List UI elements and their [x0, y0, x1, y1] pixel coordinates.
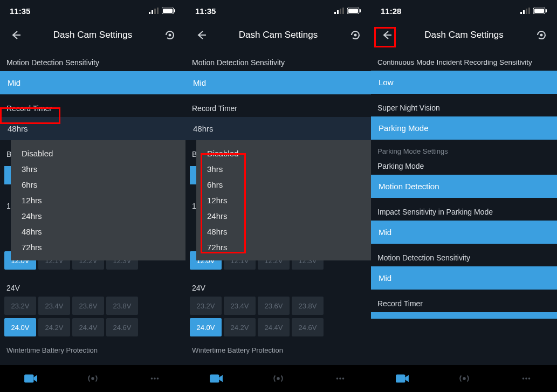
nav-more[interactable] [124, 373, 185, 384]
voltage-chip[interactable]: 24.2V [224, 318, 256, 336]
status-bar: 11:35 [0, 0, 185, 22]
nav-camera[interactable] [186, 373, 247, 384]
refresh-button[interactable] [162, 27, 178, 43]
status-icons [520, 8, 547, 14]
status-bar: 11:35 [185, 0, 371, 22]
voltage-chip[interactable]: 23.6V [72, 297, 104, 315]
record-timer-dropdown[interactable]: Disabled 3hrs 6hrs 12hrs 24hrs 48hrs 72h… [196, 140, 371, 260]
svg-rect-31 [534, 9, 544, 13]
record-timer-value-partial[interactable] [371, 312, 557, 319]
voltage-chip[interactable]: 24.2V [38, 318, 70, 336]
svg-point-11 [154, 377, 156, 380]
voltage-chip[interactable]: 24.6V [292, 318, 324, 336]
impact-sensitivity-label: Impact Sensitivity in Parking Mode [371, 198, 557, 221]
nav-bar [185, 365, 371, 392]
dropdown-item[interactable]: 24hrs [196, 208, 371, 224]
refresh-icon [535, 29, 547, 41]
arrow-left-icon [10, 29, 22, 41]
svg-rect-19 [360, 9, 361, 12]
dropdown-item[interactable]: 48hrs [11, 224, 185, 239]
svg-rect-5 [163, 9, 173, 13]
content: Continuous Mode Incident Recording Sensi… [371, 49, 557, 319]
svg-rect-18 [348, 9, 358, 13]
svg-rect-27 [523, 10, 525, 14]
status-bar: 11:28 [371, 0, 557, 22]
back-button[interactable] [193, 27, 209, 43]
svg-rect-16 [342, 8, 344, 14]
voltage-chip[interactable]: 24.0V [190, 318, 222, 336]
parking-mode-value[interactable]: Motion Detection [371, 175, 557, 198]
record-timer-select[interactable]: 48hrs [0, 117, 185, 140]
refresh-button[interactable] [347, 27, 363, 43]
voltage-chip[interactable]: 23.8V [106, 297, 138, 315]
dropdown-item[interactable]: Disabled [11, 146, 185, 161]
dropdown-item[interactable]: 24hrs [11, 208, 185, 224]
parking-mode-settings-label: Parking Mode Settings [371, 140, 557, 156]
nav-more[interactable] [496, 373, 557, 384]
svg-point-36 [522, 377, 524, 380]
dropdown-item[interactable]: 3hrs [11, 161, 185, 177]
page-title: Dash Cam Settings [0, 30, 185, 40]
voltage-chip[interactable]: 24.6V [106, 318, 138, 336]
refresh-icon [164, 29, 176, 41]
impact-sensitivity-value[interactable]: Mid [371, 221, 557, 244]
dropdown-item[interactable]: 6hrs [196, 177, 371, 192]
refresh-icon [349, 29, 361, 41]
voltage-chip[interactable]: 23.4V [224, 297, 256, 315]
phone-screen-1: 11:35 Dash Cam Settings Motion Detection… [0, 0, 185, 392]
nav-broadcast[interactable] [434, 373, 495, 384]
refresh-button[interactable] [533, 27, 549, 43]
record-timer-label: Record Timer [371, 290, 557, 312]
dropdown-item[interactable]: 72hrs [11, 239, 185, 255]
nav-camera[interactable] [372, 373, 433, 384]
signal-icon [520, 8, 530, 14]
clock: 11:35 [195, 6, 216, 16]
dropdown-item[interactable]: 12hrs [196, 192, 371, 208]
more-icon [148, 373, 162, 384]
svg-rect-26 [520, 12, 522, 14]
record-timer-select[interactable]: 48hrs [185, 117, 371, 140]
clock: 11:28 [381, 6, 401, 16]
header: Dash Cam Settings [0, 22, 185, 49]
record-timer-dropdown[interactable]: Disabled 3hrs 6hrs 12hrs 24hrs 48hrs 72h… [11, 140, 185, 260]
svg-point-23 [336, 377, 338, 380]
voltage-chip[interactable]: 23.4V [38, 297, 70, 315]
voltage-chip[interactable]: 23.6V [258, 297, 290, 315]
nav-more[interactable] [310, 373, 371, 384]
svg-point-38 [528, 377, 530, 380]
voltage-chip[interactable]: 23.2V [4, 297, 36, 315]
nav-camera[interactable] [1, 373, 62, 384]
status-icons [334, 8, 361, 14]
voltage-chip[interactable]: 23.2V [190, 297, 222, 315]
back-button[interactable] [8, 27, 24, 43]
dropdown-item[interactable]: 72hrs [196, 239, 371, 255]
more-icon [333, 373, 347, 384]
dropdown-item[interactable]: 12hrs [11, 192, 185, 208]
dropdown-item[interactable]: 48hrs [196, 224, 371, 239]
header: Dash Cam Settings [185, 22, 371, 49]
dropdown-item[interactable]: 6hrs [11, 177, 185, 192]
voltage-chip[interactable]: 23.8V [292, 297, 324, 315]
dropdown-item[interactable]: Disabled [196, 146, 371, 161]
page-title: Dash Cam Settings [371, 30, 557, 40]
svg-rect-14 [337, 10, 339, 14]
voltage-chip[interactable]: 24.4V [72, 318, 104, 336]
continuous-mode-label: Continuous Mode Incident Recording Sensi… [371, 53, 557, 71]
page-title: Dash Cam Settings [185, 30, 371, 40]
motion-detection-sensitivity-value[interactable]: Mid [371, 266, 557, 290]
nav-broadcast[interactable] [62, 373, 123, 384]
motion-sensitivity-label: Motion Detection Sensitivity [185, 53, 371, 71]
voltage-chip[interactable]: 24.0V [4, 318, 36, 336]
svg-rect-6 [174, 9, 175, 12]
voltage-chip[interactable]: 24.4V [258, 318, 290, 336]
v24-label: 24V [0, 270, 185, 294]
motion-sensitivity-value[interactable]: Mid [185, 71, 371, 94]
super-night-vision-value[interactable]: Parking Mode [371, 116, 557, 140]
nav-broadcast[interactable] [247, 373, 309, 384]
motion-sensitivity-value[interactable]: Mid [0, 71, 185, 94]
continuous-mode-value[interactable]: Low [371, 71, 557, 94]
parking-mode-label: Parking Mode [371, 156, 557, 175]
broadcast-icon [457, 373, 471, 384]
dropdown-item[interactable]: 3hrs [196, 161, 371, 177]
back-button[interactable] [379, 27, 395, 43]
